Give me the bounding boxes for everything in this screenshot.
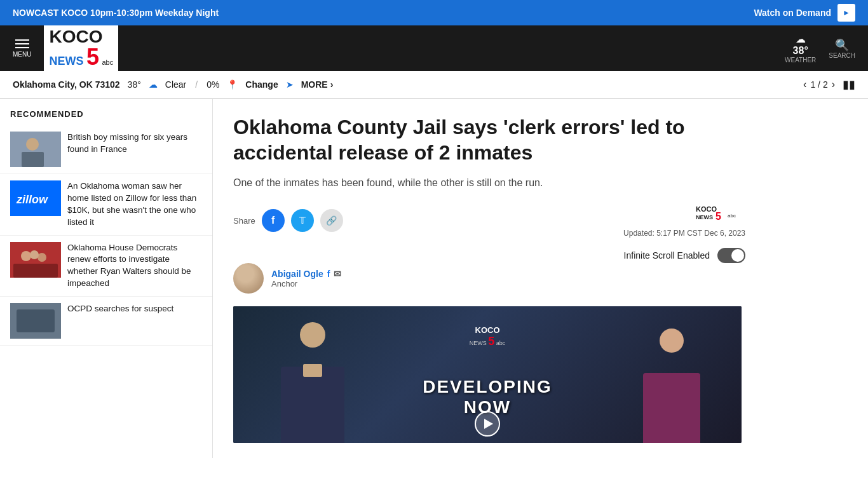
main-content: RECOMMENDED British boy missing for six … xyxy=(0,99,868,458)
svg-text:KOCO: KOCO xyxy=(696,205,717,213)
change-location-button[interactable]: Change xyxy=(245,79,278,90)
sidebar-thumb-img-zillow: zillow xyxy=(10,180,61,216)
anchor-head-right xyxy=(660,329,684,353)
sidebar-item-british-boy[interactable]: British boy missing for six years found … xyxy=(0,125,212,174)
sidebar-item-zillow[interactable]: zillow An Oklahoma woman saw her home li… xyxy=(0,174,212,236)
weather-icon: ☁ xyxy=(796,33,806,45)
article-updated: Updated: 5:17 PM CST Dec 6, 2023 xyxy=(623,229,745,238)
author-row: Abigail Ogle f ✉ Anchor xyxy=(233,263,745,294)
carousel-next-button[interactable]: › xyxy=(832,79,835,90)
watch-demand-label: Watch on Demand xyxy=(754,8,831,18)
article-meta: Share f 𝕋 🔗 KOCO NEWS 5 abc Updated: 5:1… xyxy=(233,203,745,238)
author-name-text: Abigail Ogle xyxy=(271,269,323,279)
weather-bar-right: ‹ 1 / 2 › ▮▮ xyxy=(803,78,855,92)
sidebar-thumb-img-ocpd xyxy=(10,303,61,339)
share-facebook-button[interactable]: f xyxy=(262,209,285,232)
author-info: Abigail Ogle f ✉ Anchor xyxy=(271,269,341,288)
svg-point-6 xyxy=(21,251,31,261)
share-link-button[interactable]: 🔗 xyxy=(320,209,343,232)
share-label: Share xyxy=(233,216,255,226)
sidebar-thumb-oklahoma xyxy=(10,242,61,278)
carousel-pause-button[interactable]: ▮▮ xyxy=(843,78,855,92)
anchor-head-left xyxy=(300,322,325,348)
svg-text:zillow: zillow xyxy=(16,193,48,206)
infinite-scroll-row: Infinite Scroll Enabled xyxy=(233,248,745,263)
sidebar-item-text-oklahoma: Oklahoma House Democrats renew efforts t… xyxy=(67,242,202,290)
search-icon: 🔍 xyxy=(835,38,849,52)
share-twitter-button[interactable]: 𝕋 xyxy=(291,209,314,232)
menu-button[interactable]: MENU xyxy=(13,39,31,58)
share-row: Share f 𝕋 🔗 xyxy=(233,209,343,232)
menu-line-1 xyxy=(15,39,29,41)
breaking-banner-text: NOWCAST KOCO 10pm-10:30pm Weekday Night xyxy=(13,8,219,18)
carousel-prev-button[interactable]: ‹ xyxy=(803,79,806,90)
sidebar-thumb-ocpd xyxy=(10,303,61,339)
watch-demand-area: Watch on Demand ► xyxy=(754,4,855,22)
sidebar-thumb-img-british xyxy=(10,132,61,167)
svg-text:NEWS: NEWS xyxy=(696,214,713,220)
page-count: 1 / 2 xyxy=(810,79,827,90)
menu-line-2 xyxy=(15,43,29,44)
video-player[interactable]: KOCO NEWS 5 abc DEVELOPING NOW xyxy=(233,306,742,443)
anchor-body-right xyxy=(643,373,700,443)
logo-box: KOCO NEWS 5 abc xyxy=(44,25,118,71)
sidebar-item-text-ocpd: OCPD searches for suspect xyxy=(67,303,173,315)
svg-rect-9 xyxy=(13,264,58,278)
menu-label: MENU xyxy=(13,51,31,58)
arrow-right-icon: ➤ xyxy=(286,79,294,90)
svg-rect-2 xyxy=(22,152,44,167)
author-avatar xyxy=(233,263,264,294)
infinite-scroll-toggle[interactable] xyxy=(717,248,745,263)
current-temp: 38° xyxy=(128,79,141,90)
article-area: Oklahoma County Jail says 'clerk errors'… xyxy=(213,99,766,458)
infinite-scroll-label: Infinite Scroll Enabled xyxy=(624,250,710,261)
weather-condition-text: Clear xyxy=(165,79,186,90)
site-logo[interactable]: KOCO NEWS 5 abc xyxy=(44,25,118,71)
weather-bar-left: Oklahoma City, OK 73102 38° ☁ Clear / 0%… xyxy=(13,79,333,90)
play-triangle-icon xyxy=(484,419,493,429)
hamburger-icon xyxy=(15,39,29,48)
city-name: Oklahoma City, OK 73102 xyxy=(13,79,120,90)
svg-point-7 xyxy=(37,253,46,262)
author-email-icon[interactable]: ✉ xyxy=(334,269,341,279)
sidebar-thumb-img-oklahoma xyxy=(10,242,61,278)
author-facebook-icon[interactable]: f xyxy=(327,269,330,279)
breaking-banner: NOWCAST KOCO 10pm-10:30pm Weekday Night … xyxy=(0,0,868,25)
avatar-image xyxy=(233,263,264,294)
sidebar: RECOMMENDED British boy missing for six … xyxy=(0,99,213,458)
svg-text:5: 5 xyxy=(715,211,721,222)
anchor-person-left xyxy=(271,316,354,443)
sidebar-title: RECOMMENDED xyxy=(0,99,212,125)
weather-button[interactable]: ☁ 38° WEATHER xyxy=(785,33,816,64)
svg-text:abc: abc xyxy=(728,213,736,219)
weather-bar: Oklahoma City, OK 73102 38° ☁ Clear / 0%… xyxy=(0,71,868,99)
svg-point-1 xyxy=(26,138,39,151)
logo-koco: KOCO NEWS 5 abc xyxy=(49,28,113,69)
watch-demand-play-icon[interactable]: ► xyxy=(837,4,855,22)
video-play-button[interactable] xyxy=(475,411,500,437)
koco-logo-small: KOCO NEWS 5 abc xyxy=(695,203,745,224)
more-button[interactable]: MORE › xyxy=(301,79,334,90)
header-right: ☁ 38° WEATHER 🔍 SEARCH xyxy=(785,33,855,64)
chevron-right-icon: › xyxy=(330,79,334,90)
svg-rect-11 xyxy=(17,309,55,332)
anchor-person-right xyxy=(634,322,710,443)
svg-point-8 xyxy=(30,250,39,259)
menu-line-3 xyxy=(15,47,29,48)
author-role: Anchor xyxy=(271,279,341,288)
header-left: MENU KOCO NEWS 5 abc xyxy=(13,25,118,71)
sidebar-thumb-zillow: zillow xyxy=(10,180,61,216)
precipitation: 0% xyxy=(207,79,219,90)
video-koco-logo: KOCO NEWS 5 abc xyxy=(470,325,506,348)
anchor-body-left xyxy=(281,367,344,443)
sidebar-item-text-british-boy: British boy missing for six years found … xyxy=(67,132,202,156)
search-button[interactable]: 🔍 SEARCH xyxy=(829,38,855,59)
location-pin-icon: 📍 xyxy=(227,79,238,90)
sidebar-item-oklahoma-democrats[interactable]: Oklahoma House Democrats renew efforts t… xyxy=(0,236,212,297)
author-name-row: Abigail Ogle f ✉ xyxy=(271,269,341,279)
watch-demand-button[interactable]: Watch on Demand xyxy=(754,8,831,18)
sidebar-item-ocpd[interactable]: OCPD searches for suspect xyxy=(0,297,212,346)
sidebar-thumb-british-boy xyxy=(10,132,61,167)
divider: / xyxy=(195,79,198,90)
site-header: MENU KOCO NEWS 5 abc ☁ 38° WEATHER 🔍 SEA… xyxy=(0,25,868,71)
